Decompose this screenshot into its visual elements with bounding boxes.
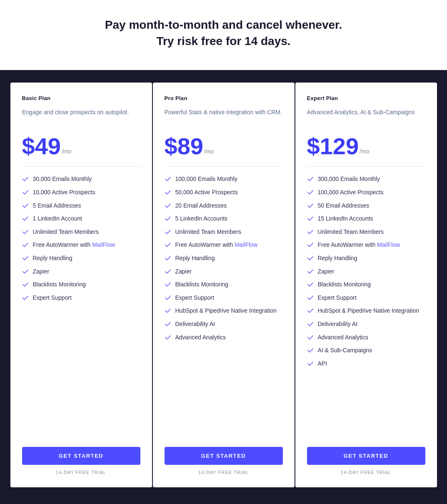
list-item: 1 LinkedIn Account <box>22 215 140 223</box>
feature-text-basic-4: Unlimited Team Members <box>33 228 99 236</box>
plan-price-expert: $129/mo <box>307 135 425 158</box>
feature-text-basic-8: Blacklists Monitoring <box>33 281 86 289</box>
list-item: Zapier <box>307 268 425 276</box>
list-item: Expert Support <box>307 294 425 302</box>
plan-description-basic: Engage and close prospects on autopilot. <box>22 108 140 126</box>
feature-text-pro-4: Unlimited Team Members <box>175 228 241 236</box>
cta-button-basic[interactable]: GET STARTED <box>22 447 140 465</box>
check-icon <box>307 347 314 354</box>
check-icon <box>22 281 29 288</box>
plan-card-expert: Expert PlanAdvanced Analytics, AI & Sub-… <box>295 83 437 487</box>
check-icon <box>22 268 29 275</box>
list-item: Free AutoWarmer with MailFlow <box>22 241 140 249</box>
list-item: Deliverability AI <box>307 320 425 328</box>
check-icon <box>165 228 171 235</box>
feature-text-expert-10: HubSpot & Pipedrive Native Integration <box>318 307 420 315</box>
list-item: 10,000 Active Prospects <box>22 188 140 197</box>
check-icon <box>165 321 171 327</box>
check-icon <box>307 202 314 209</box>
plan-card-basic: Basic PlanEngage and close prospects on … <box>10 83 152 487</box>
feature-text-expert-13: AI & Sub-Campaigns <box>318 346 372 355</box>
list-item: Deliverability AI <box>165 320 283 328</box>
plan-description-pro: Powerful Stats & native integration with… <box>165 108 283 126</box>
feature-text-basic-5: Free AutoWarmer with MailFlow <box>33 241 115 249</box>
check-icon <box>165 241 171 248</box>
list-item: 50 Email Addresses <box>307 202 425 210</box>
list-item: 300,000 Emails Monthly <box>307 175 425 183</box>
check-icon <box>165 268 171 275</box>
feature-text-pro-9: Expert Support <box>175 294 214 302</box>
feature-text-pro-5: Free AutoWarmer with MailFlow <box>175 241 258 249</box>
feature-text-expert-5: Free AutoWarmer with MailFlow <box>318 241 400 249</box>
list-item: AI & Sub-Campaigns <box>307 346 425 355</box>
page-title: Pay month-to-month and cancel whenever. … <box>8 17 439 49</box>
divider-expert <box>307 166 425 167</box>
feature-text-expert-4: Unlimited Team Members <box>318 228 384 236</box>
check-icon <box>165 255 171 261</box>
feature-text-pro-7: Zapier <box>175 268 192 276</box>
check-icon <box>165 202 171 209</box>
plan-price-pro: $89/mo <box>165 135 283 158</box>
check-icon <box>22 241 29 248</box>
check-icon <box>307 241 314 248</box>
feature-text-basic-6: Reply Handling <box>33 254 72 263</box>
price-amount-pro: $89 <box>165 135 203 158</box>
check-icon <box>22 255 29 261</box>
list-item: Unlimited Team Members <box>22 228 140 236</box>
plan-name-basic: Basic Plan <box>22 95 140 101</box>
mailflow-link[interactable]: MailFlow <box>377 241 400 248</box>
list-item: 50,000 Active Prospects <box>165 188 283 197</box>
list-item: Free AutoWarmer with MailFlow <box>307 241 425 249</box>
check-icon <box>165 281 171 288</box>
feature-text-expert-2: 50 Email Addresses <box>318 202 370 210</box>
feature-text-pro-10: HubSpot & Pipedrive Native Integration <box>175 307 277 315</box>
check-icon <box>22 189 29 196</box>
list-item: Expert Support <box>22 294 140 302</box>
list-item: Blacklists Monitoring <box>307 281 425 289</box>
cta-button-pro[interactable]: GET STARTED <box>165 447 283 465</box>
feature-text-pro-3: 5 LinkedIn Accounts <box>175 215 227 223</box>
list-item: Blacklists Monitoring <box>22 281 140 289</box>
header-section: Pay month-to-month and cancel whenever. … <box>0 0 447 70</box>
mailflow-link[interactable]: MailFlow <box>235 241 257 248</box>
feature-text-expert-8: Blacklists Monitoring <box>318 281 371 289</box>
feature-text-expert-3: 15 LinkedIn Accounts <box>318 215 373 223</box>
feature-text-pro-0: 100,000 Emails Monthly <box>175 175 237 183</box>
trial-text-pro: 14-DAY FREE TRIAL <box>165 470 283 475</box>
check-icon <box>307 334 314 341</box>
mailflow-link[interactable]: MailFlow <box>92 241 115 248</box>
list-item: Advanced Analytics <box>165 333 283 342</box>
check-icon <box>307 255 314 261</box>
plan-name-pro: Pro Plan <box>165 95 283 101</box>
plans-container: Basic PlanEngage and close prospects on … <box>0 70 447 504</box>
check-icon <box>165 176 171 182</box>
list-item: Unlimited Team Members <box>307 228 425 236</box>
plan-price-basic: $49/mo <box>22 135 140 158</box>
price-period-pro: /mo <box>204 148 214 155</box>
feature-text-pro-12: Advanced Analytics <box>175 333 226 342</box>
check-icon <box>165 307 171 314</box>
feature-text-pro-6: Reply Handling <box>175 254 215 263</box>
price-amount-basic: $49 <box>22 135 61 158</box>
feature-text-expert-1: 100,000 Active Prospects <box>318 188 384 197</box>
feature-text-basic-7: Zapier <box>33 268 50 276</box>
list-item: 15 LinkedIn Accounts <box>307 215 425 223</box>
list-item: 100,000 Active Prospects <box>307 188 425 197</box>
features-list-expert: 300,000 Emails Monthly 100,000 Active Pr… <box>307 175 425 434</box>
list-item: 5 LinkedIn Accounts <box>165 215 283 223</box>
divider-pro <box>165 166 283 167</box>
divider-basic <box>22 166 140 167</box>
check-icon <box>307 228 314 235</box>
list-item: 30,000 Emails Monthly <box>22 175 140 183</box>
trial-text-expert: 14-DAY FREE TRIAL <box>307 470 425 475</box>
check-icon <box>307 215 314 222</box>
check-icon <box>165 189 171 196</box>
plan-name-expert: Expert Plan <box>307 95 425 101</box>
cta-button-expert[interactable]: GET STARTED <box>307 447 425 465</box>
features-list-basic: 30,000 Emails Monthly 10,000 Active Pros… <box>22 175 140 434</box>
list-item: Expert Support <box>165 294 283 302</box>
features-list-pro: 100,000 Emails Monthly 50,000 Active Pro… <box>165 175 283 434</box>
price-period-expert: /mo <box>360 148 369 155</box>
feature-text-basic-3: 1 LinkedIn Account <box>33 215 82 223</box>
check-icon <box>22 202 29 209</box>
